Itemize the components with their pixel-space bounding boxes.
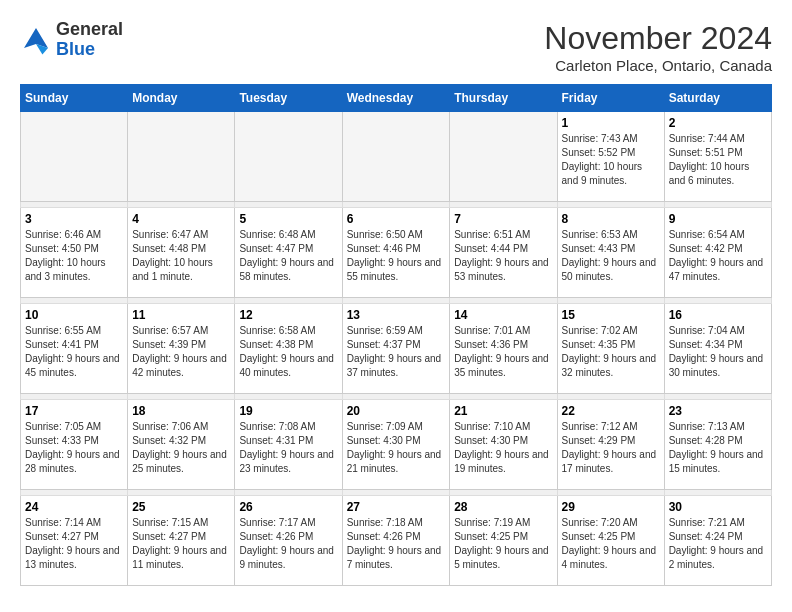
table-row: 10Sunrise: 6:55 AM Sunset: 4:41 PM Dayli… — [21, 304, 128, 394]
day-info: Sunrise: 7:05 AM Sunset: 4:33 PM Dayligh… — [25, 420, 123, 476]
table-row — [450, 112, 557, 202]
table-row: 22Sunrise: 7:12 AM Sunset: 4:29 PM Dayli… — [557, 400, 664, 490]
header-friday: Friday — [557, 85, 664, 112]
table-row: 21Sunrise: 7:10 AM Sunset: 4:30 PM Dayli… — [450, 400, 557, 490]
title-section: November 2024 Carleton Place, Ontario, C… — [544, 20, 772, 74]
table-row: 18Sunrise: 7:06 AM Sunset: 4:32 PM Dayli… — [128, 400, 235, 490]
day-number: 2 — [669, 116, 767, 130]
table-row: 8Sunrise: 6:53 AM Sunset: 4:43 PM Daylig… — [557, 208, 664, 298]
table-row: 9Sunrise: 6:54 AM Sunset: 4:42 PM Daylig… — [664, 208, 771, 298]
day-number: 17 — [25, 404, 123, 418]
day-info: Sunrise: 6:50 AM Sunset: 4:46 PM Dayligh… — [347, 228, 446, 284]
table-row: 16Sunrise: 7:04 AM Sunset: 4:34 PM Dayli… — [664, 304, 771, 394]
day-number: 15 — [562, 308, 660, 322]
day-info: Sunrise: 6:51 AM Sunset: 4:44 PM Dayligh… — [454, 228, 552, 284]
day-number: 28 — [454, 500, 552, 514]
calendar-week-row: 3Sunrise: 6:46 AM Sunset: 4:50 PM Daylig… — [21, 208, 772, 298]
table-row: 23Sunrise: 7:13 AM Sunset: 4:28 PM Dayli… — [664, 400, 771, 490]
day-number: 29 — [562, 500, 660, 514]
day-info: Sunrise: 7:19 AM Sunset: 4:25 PM Dayligh… — [454, 516, 552, 572]
day-number: 8 — [562, 212, 660, 226]
header-tuesday: Tuesday — [235, 85, 342, 112]
day-info: Sunrise: 7:12 AM Sunset: 4:29 PM Dayligh… — [562, 420, 660, 476]
header-thursday: Thursday — [450, 85, 557, 112]
table-row: 17Sunrise: 7:05 AM Sunset: 4:33 PM Dayli… — [21, 400, 128, 490]
day-number: 3 — [25, 212, 123, 226]
day-number: 27 — [347, 500, 446, 514]
header-sunday: Sunday — [21, 85, 128, 112]
day-info: Sunrise: 7:13 AM Sunset: 4:28 PM Dayligh… — [669, 420, 767, 476]
calendar-table: Sunday Monday Tuesday Wednesday Thursday… — [20, 84, 772, 586]
calendar-header-row: Sunday Monday Tuesday Wednesday Thursday… — [21, 85, 772, 112]
day-number: 24 — [25, 500, 123, 514]
day-number: 26 — [239, 500, 337, 514]
day-number: 7 — [454, 212, 552, 226]
header-wednesday: Wednesday — [342, 85, 450, 112]
day-number: 16 — [669, 308, 767, 322]
header-saturday: Saturday — [664, 85, 771, 112]
day-info: Sunrise: 6:46 AM Sunset: 4:50 PM Dayligh… — [25, 228, 123, 284]
day-number: 13 — [347, 308, 446, 322]
table-row: 2Sunrise: 7:44 AM Sunset: 5:51 PM Daylig… — [664, 112, 771, 202]
day-info: Sunrise: 7:09 AM Sunset: 4:30 PM Dayligh… — [347, 420, 446, 476]
day-info: Sunrise: 7:44 AM Sunset: 5:51 PM Dayligh… — [669, 132, 767, 188]
table-row: 6Sunrise: 6:50 AM Sunset: 4:46 PM Daylig… — [342, 208, 450, 298]
header-monday: Monday — [128, 85, 235, 112]
day-info: Sunrise: 7:21 AM Sunset: 4:24 PM Dayligh… — [669, 516, 767, 572]
day-number: 18 — [132, 404, 230, 418]
logo-text: General Blue — [56, 20, 123, 60]
day-info: Sunrise: 7:10 AM Sunset: 4:30 PM Dayligh… — [454, 420, 552, 476]
table-row: 30Sunrise: 7:21 AM Sunset: 4:24 PM Dayli… — [664, 496, 771, 586]
table-row — [342, 112, 450, 202]
day-info: Sunrise: 6:54 AM Sunset: 4:42 PM Dayligh… — [669, 228, 767, 284]
logo-icon — [20, 24, 52, 56]
day-info: Sunrise: 7:04 AM Sunset: 4:34 PM Dayligh… — [669, 324, 767, 380]
day-number: 23 — [669, 404, 767, 418]
calendar-week-row: 24Sunrise: 7:14 AM Sunset: 4:27 PM Dayli… — [21, 496, 772, 586]
table-row: 13Sunrise: 6:59 AM Sunset: 4:37 PM Dayli… — [342, 304, 450, 394]
day-number: 9 — [669, 212, 767, 226]
table-row: 20Sunrise: 7:09 AM Sunset: 4:30 PM Dayli… — [342, 400, 450, 490]
table-row: 25Sunrise: 7:15 AM Sunset: 4:27 PM Dayli… — [128, 496, 235, 586]
table-row: 3Sunrise: 6:46 AM Sunset: 4:50 PM Daylig… — [21, 208, 128, 298]
day-number: 14 — [454, 308, 552, 322]
day-number: 22 — [562, 404, 660, 418]
day-info: Sunrise: 6:55 AM Sunset: 4:41 PM Dayligh… — [25, 324, 123, 380]
table-row — [128, 112, 235, 202]
table-row: 1Sunrise: 7:43 AM Sunset: 5:52 PM Daylig… — [557, 112, 664, 202]
day-info: Sunrise: 7:15 AM Sunset: 4:27 PM Dayligh… — [132, 516, 230, 572]
day-info: Sunrise: 6:57 AM Sunset: 4:39 PM Dayligh… — [132, 324, 230, 380]
day-number: 5 — [239, 212, 337, 226]
day-number: 20 — [347, 404, 446, 418]
table-row: 29Sunrise: 7:20 AM Sunset: 4:25 PM Dayli… — [557, 496, 664, 586]
calendar-week-row: 10Sunrise: 6:55 AM Sunset: 4:41 PM Dayli… — [21, 304, 772, 394]
table-row: 12Sunrise: 6:58 AM Sunset: 4:38 PM Dayli… — [235, 304, 342, 394]
day-number: 10 — [25, 308, 123, 322]
day-info: Sunrise: 7:01 AM Sunset: 4:36 PM Dayligh… — [454, 324, 552, 380]
table-row — [21, 112, 128, 202]
day-number: 1 — [562, 116, 660, 130]
calendar-week-row: 17Sunrise: 7:05 AM Sunset: 4:33 PM Dayli… — [21, 400, 772, 490]
location-subtitle: Carleton Place, Ontario, Canada — [544, 57, 772, 74]
table-row: 26Sunrise: 7:17 AM Sunset: 4:26 PM Dayli… — [235, 496, 342, 586]
table-row: 14Sunrise: 7:01 AM Sunset: 4:36 PM Dayli… — [450, 304, 557, 394]
day-info: Sunrise: 6:47 AM Sunset: 4:48 PM Dayligh… — [132, 228, 230, 284]
table-row: 4Sunrise: 6:47 AM Sunset: 4:48 PM Daylig… — [128, 208, 235, 298]
day-number: 6 — [347, 212, 446, 226]
table-row: 24Sunrise: 7:14 AM Sunset: 4:27 PM Dayli… — [21, 496, 128, 586]
day-number: 11 — [132, 308, 230, 322]
day-info: Sunrise: 6:58 AM Sunset: 4:38 PM Dayligh… — [239, 324, 337, 380]
table-row: 7Sunrise: 6:51 AM Sunset: 4:44 PM Daylig… — [450, 208, 557, 298]
table-row: 19Sunrise: 7:08 AM Sunset: 4:31 PM Dayli… — [235, 400, 342, 490]
day-number: 21 — [454, 404, 552, 418]
table-row: 28Sunrise: 7:19 AM Sunset: 4:25 PM Dayli… — [450, 496, 557, 586]
table-row: 27Sunrise: 7:18 AM Sunset: 4:26 PM Dayli… — [342, 496, 450, 586]
day-number: 4 — [132, 212, 230, 226]
table-row: 11Sunrise: 6:57 AM Sunset: 4:39 PM Dayli… — [128, 304, 235, 394]
table-row — [235, 112, 342, 202]
day-info: Sunrise: 6:59 AM Sunset: 4:37 PM Dayligh… — [347, 324, 446, 380]
day-number: 12 — [239, 308, 337, 322]
table-row: 15Sunrise: 7:02 AM Sunset: 4:35 PM Dayli… — [557, 304, 664, 394]
day-info: Sunrise: 7:02 AM Sunset: 4:35 PM Dayligh… — [562, 324, 660, 380]
svg-marker-0 — [24, 28, 48, 48]
